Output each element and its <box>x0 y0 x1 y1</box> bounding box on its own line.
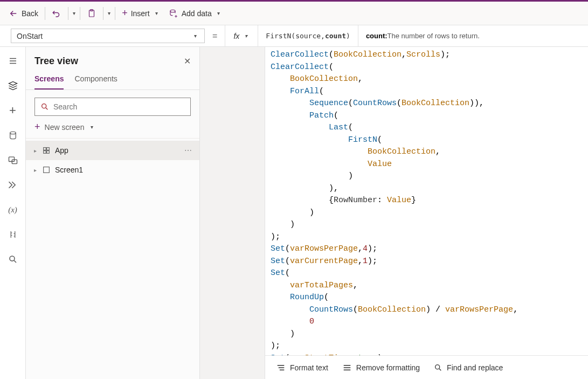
screen-icon <box>42 166 51 174</box>
svg-rect-8 <box>44 148 46 150</box>
separator <box>45 7 45 20</box>
add-data-label: Add data <box>182 9 212 18</box>
search-input[interactable] <box>53 102 185 111</box>
find-replace-button[interactable]: Find and replace <box>434 363 503 372</box>
insert-button[interactable]: + Insert ▾ <box>117 5 164 21</box>
property-dropdown[interactable]: OnStart ▾ <box>11 29 205 43</box>
formula-editor-wrap: ClearCollect(BookCollection,Scrolls); Cl… <box>265 47 588 379</box>
formula-bar: OnStart ▾ = fx ▾ FirstN(source, count) c… <box>0 25 588 47</box>
separator <box>68 7 68 20</box>
expand-icon[interactable]: ▸ <box>32 148 38 154</box>
chevron-down-icon: ▾ <box>243 33 250 39</box>
search-icon <box>40 102 49 111</box>
chevron-down-icon[interactable]: ▾ <box>106 10 113 16</box>
plus-icon: + <box>122 8 128 19</box>
tree-label: Screen1 <box>55 166 83 174</box>
separator <box>103 7 103 20</box>
left-rail: + (x) <box>0 47 26 379</box>
search-box[interactable] <box>34 98 191 116</box>
svg-rect-10 <box>44 151 46 154</box>
close-icon[interactable]: ✕ <box>184 56 191 66</box>
chevron-down-icon: ▾ <box>88 124 95 130</box>
rail-media[interactable] <box>2 149 24 171</box>
more-icon[interactable]: ⋯ <box>184 146 193 155</box>
rail-data[interactable] <box>2 125 24 146</box>
add-data-button[interactable]: Add data ▾ <box>164 6 226 20</box>
clipboard-icon <box>87 9 96 18</box>
undo-button[interactable] <box>47 6 66 20</box>
arrow-left-icon <box>9 9 18 18</box>
chevron-down-icon[interactable]: ▾ <box>71 10 78 16</box>
format-icon <box>276 364 286 371</box>
panel-title: Tree view <box>34 56 78 67</box>
insert-label: Insert <box>131 9 150 18</box>
database-plus-icon <box>169 9 178 18</box>
equals-sign: = <box>205 25 225 46</box>
rail-hamburger[interactable] <box>2 50 24 72</box>
back-button[interactable]: Back <box>4 6 43 20</box>
editor-footer: Format text Remove formatting Find and r… <box>265 355 588 379</box>
param-description: count: The number of rows to return. <box>358 25 487 46</box>
remove-format-icon <box>342 364 352 371</box>
new-screen-label: New screen <box>45 123 85 132</box>
tree-item-app[interactable]: ▸ App ⋯ <box>26 141 199 160</box>
back-label: Back <box>22 9 38 18</box>
formula-editor[interactable]: ClearCollect(BookCollection,Scrolls); Cl… <box>265 47 588 355</box>
svg-point-2 <box>170 10 175 12</box>
app-icon <box>42 146 51 155</box>
chevron-down-icon: ▾ <box>215 10 222 16</box>
svg-rect-12 <box>44 167 50 173</box>
remove-formatting-button[interactable]: Remove formatting <box>342 363 420 372</box>
search-icon <box>434 363 442 372</box>
separator <box>115 7 115 20</box>
svg-rect-4 <box>9 157 14 161</box>
fx-button[interactable]: fx ▾ <box>225 25 258 46</box>
rail-power-automate[interactable] <box>2 174 24 196</box>
svg-rect-9 <box>47 148 50 150</box>
tree-view-panel: Tree view ✕ Screens Components + New scr… <box>26 47 200 379</box>
svg-point-13 <box>435 364 440 369</box>
tree-item-screen1[interactable]: ▸ Screen1 <box>26 160 199 180</box>
rail-tools[interactable] <box>2 224 24 245</box>
undo-icon <box>52 9 61 18</box>
rail-insert[interactable]: + <box>2 100 24 121</box>
svg-point-7 <box>42 104 46 108</box>
plus-icon: + <box>34 121 40 133</box>
canvas-area[interactable] <box>200 47 265 379</box>
tree-label: App <box>55 146 68 155</box>
rail-tree-view[interactable] <box>2 75 24 97</box>
new-screen-button[interactable]: + New screen ▾ <box>26 116 199 139</box>
paste-button[interactable] <box>82 6 101 20</box>
tab-screens[interactable]: Screens <box>34 71 64 89</box>
svg-point-6 <box>10 256 15 261</box>
separator <box>80 7 80 20</box>
tab-components[interactable]: Components <box>74 71 117 89</box>
chevron-down-icon: ▾ <box>153 10 160 16</box>
rail-variables[interactable]: (x) <box>2 199 24 220</box>
chevron-down-icon: ▾ <box>192 33 199 39</box>
rail-search[interactable] <box>2 249 24 270</box>
intellisense-bar: FirstN(source, count) count: The number … <box>258 25 588 46</box>
fx-label: fx <box>233 32 239 40</box>
property-value: OnStart <box>17 32 43 40</box>
format-text-button[interactable]: Format text <box>276 363 328 372</box>
expand-icon[interactable]: ▸ <box>32 167 38 173</box>
signature-hint: FirstN(source, count) <box>258 25 358 46</box>
svg-point-3 <box>10 132 16 134</box>
svg-rect-11 <box>47 151 50 154</box>
